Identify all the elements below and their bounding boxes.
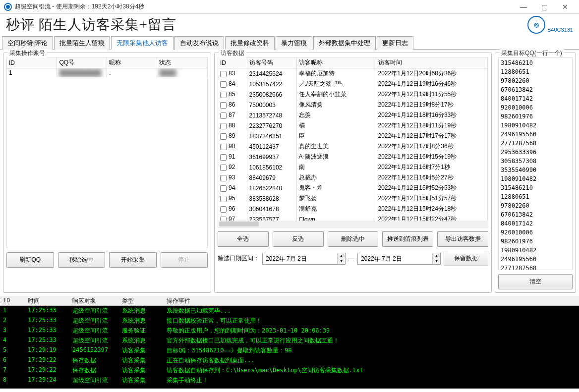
- left-btn-2[interactable]: 开始采集: [109, 252, 157, 268]
- row-checkbox[interactable]: [220, 217, 227, 221]
- list-item: 315486210: [501, 58, 570, 67]
- left-btn-0[interactable]: 刷新QQ: [6, 252, 54, 268]
- log-header: ID时间响应对象类型操作事件: [0, 296, 579, 306]
- row-checkbox[interactable]: [220, 71, 227, 77]
- tab-1[interactable]: 批量陌生人留痕: [54, 36, 110, 50]
- tab-7[interactable]: 更新日志: [377, 36, 413, 50]
- maximize-button[interactable]: ▢: [534, 1, 554, 13]
- tab-4[interactable]: 批量修改资料: [225, 36, 275, 50]
- mid-btn-3[interactable]: 推送到留痕列表: [382, 231, 433, 247]
- mid-btn-0[interactable]: 全选: [218, 231, 269, 247]
- table-row[interactable]: 891837346351臣2022年1月12日17时17分17秒: [218, 131, 488, 141]
- left-btn-1[interactable]: 移除选中: [58, 252, 106, 268]
- table-row[interactable]: 852350082666任人宰割的小韭菜2022年1月12日19时11分55秒: [218, 89, 488, 100]
- log-row: 617:29:22保存数据访客采集正在自动保存访客数据到桌面...: [0, 355, 579, 365]
- row-checkbox[interactable]: [220, 112, 227, 119]
- list-item: 315486210: [501, 183, 570, 192]
- tab-2[interactable]: 无限采集他人访客: [111, 36, 174, 50]
- row-checkbox[interactable]: [220, 92, 227, 98]
- mid-btn-1[interactable]: 反选: [273, 231, 324, 247]
- row-checkbox[interactable]: [220, 196, 227, 202]
- visitors-table[interactable]: ID访客号码访客昵称访客时间 832314425624幸福的厄加特2022年1月…: [218, 57, 488, 221]
- logo-icon: ◎: [527, 16, 545, 34]
- tab-5[interactable]: 暴力留痕: [276, 36, 312, 50]
- log-row: 117:25:33超级空间引流系统消息系统数据已加载完毕...: [0, 306, 579, 316]
- list-item: 97802260: [501, 76, 570, 85]
- list-item: 920010006: [501, 103, 570, 112]
- table-row[interactable]: 9388409679总裁办2022年1月12日16时5分27秒: [218, 172, 488, 183]
- log-row: 517:29:192456152397访客采集目标QQ：315486210==》…: [0, 345, 579, 355]
- tab-6[interactable]: 外部数据集中处理: [313, 36, 376, 50]
- date-separator: —: [348, 255, 354, 262]
- table-row[interactable]: 841053157422／./天醒之殇_ᵀᴱᴸ·2022年1月12日19时16分…: [218, 79, 488, 89]
- accounts-table[interactable]: IDQQ号昵称状态 1██████████.████: [6, 57, 208, 248]
- list-item: 982601976: [501, 237, 570, 246]
- table-row[interactable]: 941826522840鬼客・煌2022年1月12日15时52分53秒: [218, 183, 488, 193]
- list-item: 670613842: [501, 210, 570, 219]
- keep-data-button[interactable]: 保留数据: [444, 251, 488, 266]
- list-item: 3058357308: [501, 157, 570, 166]
- clear-button[interactable]: 清空: [498, 274, 573, 289]
- list-item: 2771287568: [501, 139, 570, 148]
- visitors-panel: 访客数据 ID访客号码访客昵称访客时间 832314425624幸福的厄加特20…: [214, 53, 492, 293]
- slogan: 秒评 陌生人访客采集+留言: [6, 15, 527, 34]
- table-row[interactable]: 921061856102南2022年1月12日16时7分1秒: [218, 162, 488, 172]
- tab-bar: 空间秒赞|评论批量陌生人留痕无限采集他人访客自动发布说说批量修改资料暴力留痕外部…: [0, 36, 579, 50]
- row-checkbox[interactable]: [220, 81, 227, 88]
- row-checkbox[interactable]: [220, 206, 227, 213]
- mid-btn-4[interactable]: 导出访客数据: [437, 231, 488, 247]
- header: 秒评 陌生人访客采集+留言 ◎ B40C3131: [0, 14, 579, 36]
- list-item: 920010006: [501, 228, 570, 237]
- target-qq-list[interactable]: 3154862101288065197802260670613842840017…: [498, 57, 573, 270]
- list-item: 97802260: [501, 201, 570, 210]
- table-row[interactable]: 1██████████.████: [7, 68, 207, 78]
- date-to-input[interactable]: 2022年 7月 2日 ▲▼: [357, 253, 441, 265]
- row-checkbox[interactable]: [220, 133, 227, 140]
- table-row[interactable]: 90450112437真的尘世美2022年1月12日17时8分36秒: [218, 141, 488, 152]
- table-row[interactable]: 97233557577Clown2022年1月12日15时22分47秒: [218, 214, 488, 221]
- log-row: 217:25:33超级空间引流系统消息接口数据校验正常，可以正常使用！: [0, 316, 579, 326]
- row-checkbox[interactable]: [220, 154, 227, 161]
- table-row[interactable]: 882232776270橘2022年1月12日18时11分19秒: [218, 120, 488, 131]
- row-checkbox[interactable]: [220, 102, 227, 109]
- tab-0[interactable]: 空间秒赞|评论: [2, 36, 53, 50]
- visitors-panel-title: 访客数据: [219, 49, 246, 57]
- table-row[interactable]: 832314425624幸福的厄加特2022年1月12日20时50分36秒: [218, 68, 488, 79]
- row-checkbox[interactable]: [220, 175, 227, 181]
- list-item: 3535540990: [501, 166, 570, 174]
- row-checkbox[interactable]: [220, 185, 227, 192]
- accounts-panel: 采集操作账号 IDQQ号昵称状态 1██████████.████ 刷新QQ移除…: [3, 53, 211, 293]
- list-item: 840017142: [501, 94, 570, 103]
- titlebar: 超级空间引流 - 使用期剩余：192天2小时38分4秒 — ▢ ✕: [0, 0, 579, 14]
- mid-btn-2[interactable]: 删除选中: [328, 231, 379, 247]
- list-item: 1980910482: [501, 246, 570, 255]
- accounts-panel-title: 采集操作账号: [7, 49, 47, 57]
- app-icon: [4, 3, 12, 11]
- targets-panel: 采集目标QQ(一行一个) 315486210128806519780226067…: [495, 53, 576, 293]
- list-item: 1980910482: [501, 121, 570, 130]
- log-row: 317:25:33超级空间引流服务验证尊敬的正版用户，您的到期时间为：2023-…: [0, 326, 579, 336]
- table-row[interactable]: 96306041678满舒克2022年1月12日15时24分18秒: [218, 204, 488, 214]
- horizontal-scrollbar[interactable]: [218, 221, 488, 227]
- list-item: 2496195560: [501, 130, 570, 139]
- log-panel: ID时间响应对象类型操作事件 117:25:33超级空间引流系统消息系统数据已加…: [0, 296, 579, 389]
- log-row: 717:29:22保存数据访客采集访客数据自动保存到：C:\Users\mac\…: [0, 365, 579, 375]
- close-button[interactable]: ✕: [555, 1, 575, 13]
- filter-label: 筛选日期区间：: [218, 254, 259, 263]
- row-checkbox[interactable]: [220, 144, 227, 150]
- list-item: 982601976: [501, 112, 570, 121]
- tab-3[interactable]: 自动发布说说: [174, 36, 224, 50]
- table-row[interactable]: 872113572748忘羡2022年1月12日18时16分33秒: [218, 110, 488, 120]
- build-id: B40C3131: [547, 27, 573, 33]
- row-checkbox[interactable]: [220, 123, 227, 129]
- left-btn-3: 停止: [161, 252, 208, 268]
- log-row: 817:29:24超级空间引流访客采集采集手动终止！: [0, 375, 579, 385]
- table-row[interactable]: 91361699937A-随波逐浪2022年1月12日16时15分19秒: [218, 152, 488, 162]
- list-item: 2771287568: [501, 264, 570, 270]
- row-checkbox[interactable]: [220, 165, 227, 171]
- date-from-input[interactable]: 2022年 7月 2日 ▲▼: [262, 253, 346, 265]
- minimize-button[interactable]: —: [514, 1, 533, 13]
- table-row[interactable]: 8675000003像风清扬2022年1月12日19时8分17秒: [218, 100, 488, 110]
- list-item: 2496195560: [501, 255, 570, 264]
- table-row[interactable]: 95383588628梦飞扬2022年1月12日15时51分57秒: [218, 193, 488, 204]
